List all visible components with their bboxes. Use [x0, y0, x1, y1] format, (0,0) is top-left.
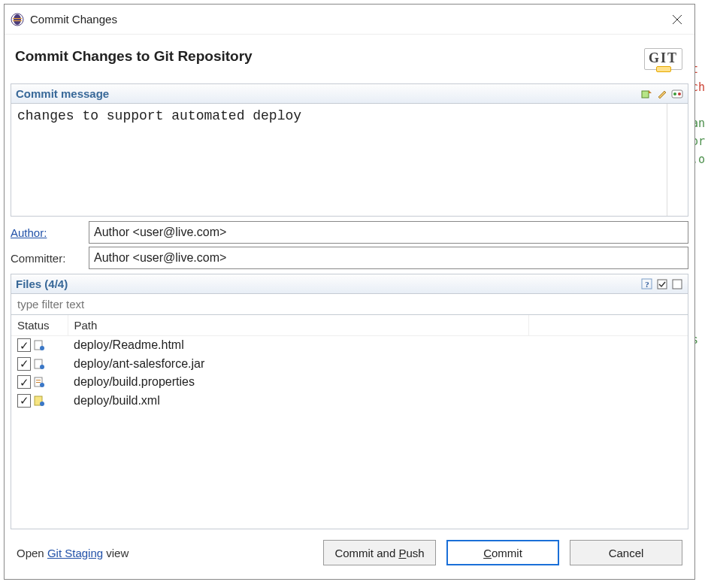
svg-point-9: [678, 92, 681, 95]
titlebar: Commit Changes: [5, 5, 694, 35]
commit-and-push-button[interactable]: Commit and Push: [323, 540, 436, 565]
author-input[interactable]: [89, 221, 688, 244]
committer-input[interactable]: [89, 247, 688, 269]
file-checkbox[interactable]: ✓: [17, 394, 31, 408]
table-row[interactable]: ✓deploy/build.properties: [11, 373, 688, 392]
file-checkbox[interactable]: ✓: [17, 338, 31, 352]
git-logo-icon: GIT: [644, 48, 682, 70]
file-path: deploy/build.xml: [68, 392, 688, 411]
file-jar-icon: [34, 359, 44, 369]
header-area: Commit Changes to Git Repository GIT: [5, 35, 694, 83]
svg-rect-13: [673, 280, 682, 289]
commit-dialog: Commit Changes Commit Changes to Git Rep…: [4, 4, 695, 580]
file-checkbox[interactable]: ✓: [17, 357, 31, 371]
author-label: Author:: [11, 226, 84, 239]
svg-rect-6: [642, 91, 649, 98]
changeid-icon[interactable]: [671, 88, 683, 100]
select-all-icon[interactable]: [656, 278, 668, 290]
staging-hint: Open Git Staging view: [17, 547, 313, 559]
table-row[interactable]: ✓deploy/Readme.html: [11, 336, 688, 355]
file-path: deploy/Readme.html: [68, 336, 688, 355]
svg-text:?: ?: [645, 280, 649, 289]
help-icon[interactable]: ?: [641, 278, 653, 290]
files-header: Files (4/4) ?: [11, 274, 688, 294]
commit-message-header: Commit message: [11, 83, 688, 104]
signoff-icon[interactable]: [656, 88, 668, 100]
col-status[interactable]: Status: [11, 315, 68, 336]
amend-commit-icon[interactable]: [641, 88, 653, 100]
file-html-icon: [34, 340, 44, 350]
table-row[interactable]: ✓deploy/build.xml: [11, 392, 688, 411]
file-xml-icon: [34, 396, 44, 406]
svg-rect-2: [13, 18, 22, 19]
file-checkbox[interactable]: ✓: [17, 375, 31, 389]
files-table: Status Path ✓deploy/Readme.html✓deploy/a…: [11, 315, 688, 529]
svg-point-15: [40, 346, 44, 350]
footer: Open Git Staging view Commit and Push Co…: [5, 529, 694, 579]
table-row[interactable]: ✓deploy/ant-salesforce.jar: [11, 355, 688, 374]
svg-point-23: [40, 402, 44, 406]
page-title: Commit Changes to Git Repository: [15, 48, 253, 65]
eclipse-icon: [11, 13, 24, 26]
svg-rect-3: [13, 20, 22, 21]
svg-rect-19: [36, 380, 41, 380]
files-label: Files (4/4): [16, 277, 641, 290]
file-props-icon: [34, 377, 44, 387]
svg-point-1: [14, 14, 21, 25]
commit-message-input[interactable]: [11, 104, 667, 216]
window-title: Commit Changes: [30, 13, 666, 26]
committer-label: Committer:: [11, 252, 84, 265]
deselect-all-icon[interactable]: [671, 278, 683, 290]
commit-message-box: [11, 104, 688, 217]
file-path: deploy/ant-salesforce.jar: [68, 355, 688, 374]
col-path[interactable]: Path: [68, 315, 528, 336]
margin-guide: [667, 104, 688, 216]
cancel-button[interactable]: Cancel: [570, 540, 682, 565]
svg-rect-12: [658, 280, 667, 289]
svg-point-21: [40, 383, 44, 387]
svg-point-17: [40, 365, 44, 369]
svg-point-8: [673, 92, 676, 95]
commit-button[interactable]: Commit: [446, 540, 559, 565]
commit-message-label: Commit message: [16, 87, 641, 100]
git-staging-link[interactable]: Git Staging: [47, 547, 103, 559]
file-path: deploy/build.properties: [68, 373, 688, 392]
close-button[interactable]: [666, 8, 688, 31]
files-filter-input[interactable]: [11, 294, 688, 315]
svg-rect-20: [36, 382, 41, 383]
